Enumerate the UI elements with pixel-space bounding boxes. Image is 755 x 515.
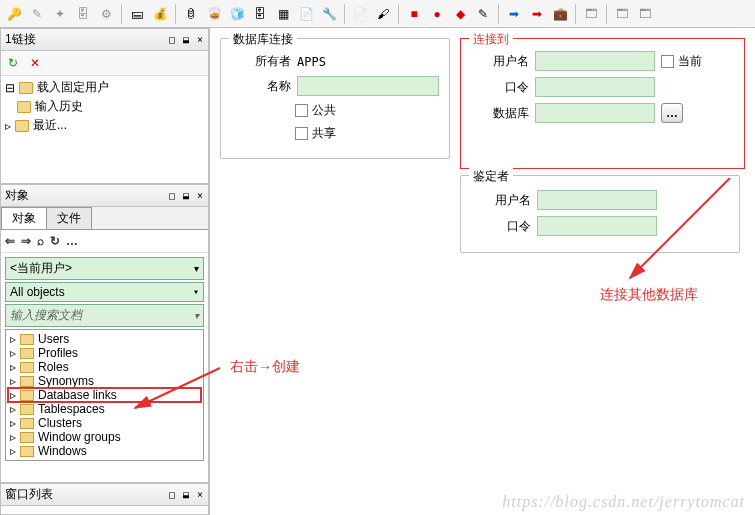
database-field[interactable]	[535, 103, 655, 123]
tree-item-tablespaces[interactable]: ▹Tablespaces	[8, 402, 201, 416]
folder-icon	[20, 390, 34, 401]
folder-icon	[20, 418, 34, 429]
refresh-icon[interactable]: ↻	[50, 234, 60, 248]
money-icon[interactable]: 💰	[150, 4, 170, 24]
panel-controls[interactable]: □ ⬓ ×	[169, 34, 204, 45]
auth-password-field[interactable]	[537, 216, 657, 236]
db-icon[interactable]: 🗄	[73, 4, 93, 24]
group-db-connection: 数据库连接 所有者APPS 名称 公共 共享	[220, 38, 450, 159]
annotation-connect-other: 连接其他数据库	[600, 286, 698, 304]
binocular-icon[interactable]: ⌕	[37, 234, 44, 248]
folder-icon	[20, 362, 34, 373]
arrow-blue-icon[interactable]: ➡	[504, 4, 524, 24]
folder-icon	[20, 446, 34, 457]
tree-label: 最近...	[33, 117, 67, 134]
key-icon[interactable]: 🔑	[4, 4, 24, 24]
folder-icon	[20, 404, 34, 415]
folder-icon	[20, 348, 34, 359]
tree-item-users[interactable]: ▹Users	[8, 332, 201, 346]
panel-window-list: 窗口列表 □ ⬓ ×	[0, 483, 209, 515]
tab-files[interactable]: 文件	[46, 207, 92, 229]
wrench-icon[interactable]: 🔧	[319, 4, 339, 24]
tree-item-clusters[interactable]: ▹Clusters	[8, 416, 201, 430]
right-column: 数据库连接 所有者APPS 名称 公共 共享 连接到 用户名当前 口令 数据库……	[210, 28, 755, 515]
password-label: 口令	[469, 79, 529, 96]
disk-icon[interactable]: 🖴	[127, 4, 147, 24]
tree-item[interactable]: ⊟载入固定用户	[3, 78, 206, 97]
owner-value: APPS	[297, 55, 326, 69]
panel-objects: 对象 □ ⬓ × 对象 文件 ⇐ ⇒ ⌕ ↻ … <当前用户> All obje…	[0, 184, 209, 483]
folder-icon	[20, 376, 34, 387]
annotation-right-click: 右击→创建	[230, 358, 300, 376]
auth-user-field[interactable]	[537, 190, 657, 210]
search-placeholder: 输入搜索文档	[10, 307, 82, 324]
user-field[interactable]	[535, 51, 655, 71]
name-field[interactable]	[297, 76, 439, 96]
grid-icon[interactable]: ▦	[273, 4, 293, 24]
nav-back-icon[interactable]: ⇐	[5, 234, 15, 248]
group-title: 鉴定者	[469, 168, 513, 185]
objects-toolbar: ⇐ ⇒ ⌕ ↻ …	[1, 230, 208, 253]
tab-objects[interactable]: 对象	[1, 207, 47, 229]
auth-password-label: 口令	[471, 218, 531, 235]
name-label: 名称	[231, 78, 291, 95]
nav-fwd-icon[interactable]: ⇒	[21, 234, 31, 248]
dropdown-value: <当前用户>	[10, 260, 72, 277]
user-dropdown[interactable]: <当前用户>	[5, 257, 204, 280]
refresh-icon[interactable]: ↻	[3, 53, 23, 73]
current-checkbox[interactable]: 当前	[661, 53, 702, 70]
tree-item-windows[interactable]: ▹Windows	[8, 444, 201, 458]
more-icon[interactable]: …	[66, 234, 78, 248]
folder-icon	[17, 101, 31, 113]
db2-icon[interactable]: 🗄	[250, 4, 270, 24]
panel-controls[interactable]: □ ⬓ ×	[169, 489, 204, 500]
watermark: https://blog.csdn.net/jerrytomcat	[502, 493, 745, 511]
folder-icon	[20, 432, 34, 443]
arrow-red-icon[interactable]: ➡	[527, 4, 547, 24]
panel-objects-title: 对象	[5, 187, 169, 204]
dropdown-value: All objects	[10, 285, 65, 299]
cup-icon[interactable]: 🧊	[227, 4, 247, 24]
close-icon[interactable]: ✕	[25, 53, 45, 73]
search-input[interactable]: 输入搜索文档	[5, 304, 204, 327]
database-label: 数据库	[469, 105, 529, 122]
sparkle-icon[interactable]: ✦	[50, 4, 70, 24]
gear-icon[interactable]: ⚙	[96, 4, 116, 24]
panel-controls[interactable]: □ ⬓ ×	[169, 190, 204, 201]
tree-item-database-links[interactable]: ▹Database links	[8, 388, 201, 402]
doc-icon[interactable]: 📄	[296, 4, 316, 24]
tree-item[interactable]: ▹最近...	[3, 116, 206, 135]
barrel-icon[interactable]: 🥃	[204, 4, 224, 24]
shared-checkbox[interactable]: 共享	[295, 125, 336, 142]
window2-icon[interactable]: 🗔	[612, 4, 632, 24]
group-authenticator: 鉴定者 用户名 口令	[460, 175, 740, 253]
owner-label: 所有者	[231, 53, 291, 70]
auth-user-label: 用户名	[471, 192, 531, 209]
tree-item-profiles[interactable]: ▹Profiles	[8, 346, 201, 360]
window3-icon[interactable]: 🗔	[635, 4, 655, 24]
public-checkbox[interactable]: 公共	[295, 102, 336, 119]
main-toolbar: 🔑 ✎ ✦ 🗄 ⚙ 🖴 💰 🛢 🥃 🧊 🗄 ▦ 📄 🔧 📄 🖌 ■ ● ◆ ✎ …	[0, 0, 755, 28]
brush-icon[interactable]: 🖌	[373, 4, 393, 24]
red2-icon[interactable]: ●	[427, 4, 447, 24]
folder-icon	[20, 334, 34, 345]
red3-icon[interactable]: ◆	[450, 4, 470, 24]
tree-item-window-groups[interactable]: ▹Window groups	[8, 430, 201, 444]
objects-tree[interactable]: ▹Users ▹Profiles ▹Roles ▹Synonyms ▹Datab…	[5, 329, 204, 461]
window-icon[interactable]: 🗔	[581, 4, 601, 24]
browse-button[interactable]: …	[661, 103, 683, 123]
tree-item-synonyms[interactable]: ▹Synonyms	[8, 374, 201, 388]
db-down-icon[interactable]: 🛢	[181, 4, 201, 24]
doc2-icon[interactable]: 📄	[350, 4, 370, 24]
brush2-icon[interactable]: ✎	[473, 4, 493, 24]
password-field[interactable]	[535, 77, 655, 97]
edit-icon[interactable]: ✎	[27, 4, 47, 24]
links-tree[interactable]: ⊟载入固定用户 输入历史 ▹最近...	[1, 76, 208, 183]
briefcase-icon[interactable]: 💼	[550, 4, 570, 24]
tree-item-roles[interactable]: ▹Roles	[8, 360, 201, 374]
group-title: 数据库连接	[229, 31, 297, 48]
red1-icon[interactable]: ■	[404, 4, 424, 24]
panel-links-title: 1链接	[5, 31, 169, 48]
tree-item[interactable]: 输入历史	[3, 97, 206, 116]
filter-dropdown[interactable]: All objects	[5, 282, 204, 302]
